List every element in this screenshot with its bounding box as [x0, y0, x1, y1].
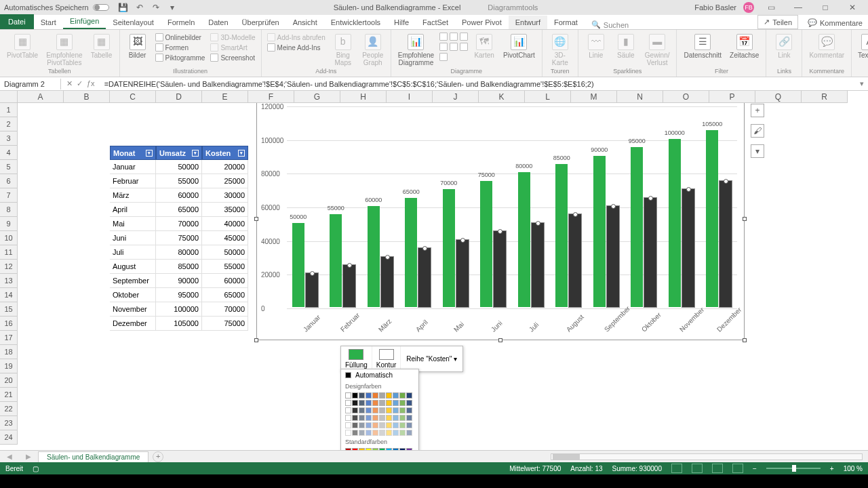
color-swatch[interactable]: [386, 422, 392, 428]
color-swatch[interactable]: [393, 422, 399, 428]
row-header[interactable]: 21: [0, 388, 18, 402]
tell-me-search[interactable]: 🔍Suchen: [591, 20, 629, 29]
tab-seitenlayout[interactable]: Seitenlayout: [106, 16, 161, 29]
bar-umsatz[interactable]: [555, 164, 568, 307]
bar-umsatz[interactable]: [480, 181, 492, 307]
page-break-view-icon[interactable]: [732, 464, 743, 473]
color-swatch[interactable]: [406, 392, 412, 399]
color-swatch[interactable]: [352, 392, 358, 399]
cell[interactable]: 70000: [156, 217, 202, 231]
row-header[interactable]: 9: [0, 217, 18, 231]
color-swatch[interactable]: [386, 407, 392, 413]
link-button[interactable]: 🔗Link: [770, 33, 797, 60]
bar-umsatz[interactable]: [330, 214, 342, 307]
chart-styles-button[interactable]: 🖌: [751, 124, 764, 138]
enter-formula-icon[interactable]: ✓: [77, 79, 83, 88]
autosave-toggle[interactable]: [93, 4, 109, 11]
automatic-color[interactable]: Automatisch: [341, 369, 418, 381]
color-swatch[interactable]: [386, 392, 392, 399]
color-swatch[interactable]: [366, 415, 372, 421]
redo-icon[interactable]: ↷: [151, 3, 161, 12]
tab-entwicklertools[interactable]: Entwicklertools: [324, 16, 387, 29]
color-swatch[interactable]: [345, 415, 351, 421]
color-swatch[interactable]: [399, 422, 406, 428]
row-header[interactable]: 5: [0, 160, 18, 174]
cell[interactable]: 65000: [156, 203, 202, 217]
ribbon-options-icon[interactable]: ▭: [761, 3, 781, 12]
column-header[interactable]: G: [294, 91, 340, 103]
bar-kosten[interactable]: [532, 223, 544, 307]
cell[interactable]: 80000: [156, 245, 202, 260]
color-swatch[interactable]: [379, 422, 385, 428]
cell[interactable]: 50000: [202, 245, 248, 260]
cell[interactable]: 95000: [156, 288, 202, 302]
color-swatch[interactable]: [359, 448, 365, 450]
color-swatch[interactable]: [379, 430, 385, 436]
bar-umsatz[interactable]: [669, 139, 681, 307]
formula-input[interactable]: =DATENREIHE('Säulen- und Balkendiagramme…: [100, 79, 856, 89]
row-header[interactable]: 16: [0, 317, 18, 331]
cell[interactable]: 55000: [202, 260, 248, 274]
tab-ueberpruefen[interactable]: Überprüfen: [235, 16, 286, 29]
chart-filters-button[interactable]: ▾: [751, 144, 764, 158]
user-name[interactable]: Fabio Basler: [694, 3, 736, 12]
cell[interactable]: August: [110, 260, 156, 274]
cell[interactable]: 30000: [202, 188, 248, 203]
expand-formula-icon[interactable]: ▾: [856, 79, 868, 88]
pie-chart-icon[interactable]: [460, 33, 468, 41]
save-icon[interactable]: 💾: [119, 3, 128, 12]
color-swatch[interactable]: [406, 448, 412, 450]
tab-hilfe[interactable]: Hilfe: [387, 16, 416, 29]
column-header[interactable]: E: [202, 91, 248, 103]
row-header[interactable]: 3: [0, 131, 18, 146]
color-swatch[interactable]: [372, 422, 378, 428]
row-header[interactable]: 11: [0, 245, 18, 260]
color-swatch[interactable]: [372, 448, 378, 450]
sparkline-winloss-button[interactable]: ▬Gewinn/ Verlust: [642, 33, 673, 68]
column-header[interactable]: F: [248, 91, 294, 103]
display-settings-icon[interactable]: [671, 464, 682, 473]
color-swatch[interactable]: [379, 448, 385, 450]
cell[interactable]: 70000: [202, 302, 248, 317]
cell[interactable]: 90000: [156, 274, 202, 288]
bar-kosten[interactable]: [456, 240, 469, 307]
cell[interactable]: Januar: [110, 160, 156, 174]
share-button[interactable]: ↗Teilen: [757, 15, 798, 29]
row-header[interactable]: 23: [0, 416, 18, 430]
shapes-button[interactable]: Formen: [154, 43, 207, 52]
color-swatch[interactable]: [359, 400, 365, 406]
bar-umsatz[interactable]: [518, 172, 530, 307]
scatter-chart-icon[interactable]: [450, 43, 458, 51]
color-swatch[interactable]: [359, 422, 365, 428]
color-swatch[interactable]: [366, 422, 372, 428]
bar-kosten[interactable]: [418, 248, 431, 307]
horizontal-scrollbar[interactable]: [163, 453, 868, 460]
color-swatch[interactable]: [372, 392, 378, 399]
row-header[interactable]: 2: [0, 117, 18, 131]
icons-button[interactable]: Piktogramme: [154, 53, 207, 62]
cell[interactable]: Kosten▾: [202, 146, 248, 160]
cell[interactable]: 60000: [156, 188, 202, 203]
row-header[interactable]: 17: [0, 331, 18, 345]
color-swatch[interactable]: [345, 430, 351, 436]
sheet-nav-prev[interactable]: ◀: [0, 453, 19, 460]
minimize-icon[interactable]: —: [788, 3, 808, 12]
color-swatch[interactable]: [406, 400, 412, 406]
cell[interactable]: Juli: [110, 245, 156, 260]
column-header[interactable]: A: [18, 91, 64, 103]
comments-button[interactable]: 💬Kommentare: [802, 16, 868, 29]
bar-umsatz[interactable]: [368, 206, 380, 307]
color-swatch[interactable]: [352, 422, 358, 428]
row-header[interactable]: 19: [0, 359, 18, 373]
cell[interactable]: 65000: [202, 288, 248, 302]
row-header[interactable]: 1: [0, 103, 18, 117]
bar-kosten[interactable]: [343, 265, 355, 307]
color-swatch[interactable]: [386, 430, 392, 436]
color-swatch[interactable]: [372, 430, 378, 436]
sheet-tab[interactable]: Säulen- und Balkendiagramme: [38, 451, 149, 462]
close-icon[interactable]: ✕: [842, 3, 863, 12]
avatar[interactable]: FB: [743, 2, 754, 13]
bar-kosten[interactable]: [607, 206, 619, 307]
cell[interactable]: 45000: [202, 231, 248, 245]
tab-daten[interactable]: Daten: [201, 16, 235, 29]
